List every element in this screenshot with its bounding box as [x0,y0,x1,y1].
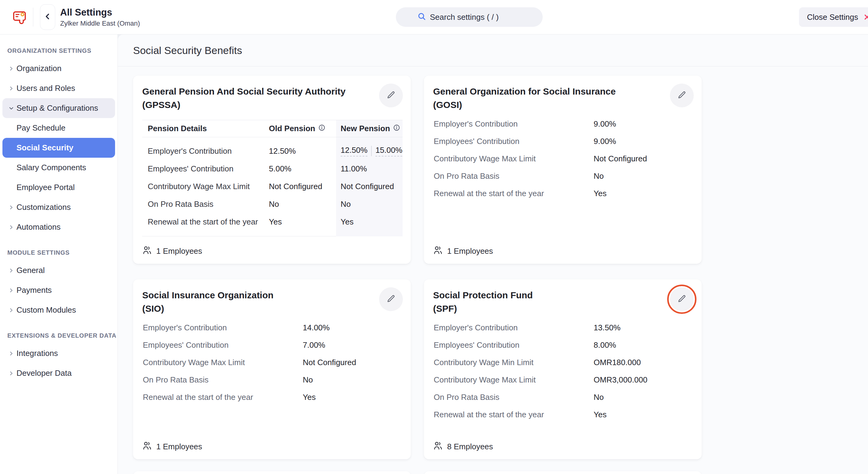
close-settings-label: Close Settings [807,12,858,22]
sidebar-item-custom-modules[interactable]: Custom Modules [2,300,115,320]
organization-name: Zylker Middle East (Oman) [60,20,140,28]
chevron-down-icon [8,105,14,112]
sidebar-item-customizations[interactable]: Customizations [2,197,115,217]
detail-row: Contributory Wage Max LimitNot Configure… [133,354,411,371]
detail-row: On Pro Rata BasisNo [133,371,411,388]
new-pension-dual-value: 12.50% 15.00% [336,145,403,157]
sio-employee-count: 1 Employees [142,441,202,453]
section-module-settings: MODULE SETTINGS [7,249,118,256]
detail-row: Renewal at the start of the yearYes [133,388,411,406]
employees-icon [433,245,443,257]
detail-row: Employer's Contribution9.00% [424,115,702,133]
sidebar-item-setup-configurations[interactable]: Setup & Configurations [2,98,115,118]
chevron-right-icon [8,287,14,294]
detail-row: Employer's Contribution13.50% [424,319,702,336]
chevron-right-icon [8,350,14,357]
card-gpssa-title: General Pension And Social Security Auth… [133,76,411,112]
edit-gosi-button[interactable] [670,83,694,107]
card-gpssa: General Pension And Social Security Auth… [133,76,411,264]
settings-search[interactable] [396,7,542,27]
table-row: Renewal at the start of the year Yes Yes [142,213,403,231]
table-row: Contributory Wage Max Limit Not Configur… [142,177,403,195]
detail-row: Renewal at the start of the yearYes [424,185,702,202]
gosi-details: Employer's Contribution9.00% Employees' … [424,115,702,202]
detail-row: Employees' Contribution9.00% [424,133,702,150]
header-titles: All Settings Zylker Middle East (Oman) [60,7,140,28]
close-settings-button[interactable]: Close Settings [799,7,868,27]
detail-row: Employees' Contribution8.00% [424,336,702,354]
edit-sio-button[interactable] [379,287,403,311]
next-card-peek [424,471,702,474]
card-sio: Social Insurance Organization (SIO) Empl… [133,279,411,460]
payroll-app-logo-icon [12,9,28,25]
employees-icon [433,441,443,453]
info-icon[interactable] [393,124,400,133]
pension-table: Pension Details Old Pension New Pension [142,120,403,236]
page-heading: Social Security Benefits [118,34,868,67]
main-panel: Social Security Benefits General Pension… [118,34,868,474]
search-input[interactable] [430,12,522,22]
col-pension-details: Pension Details [142,124,269,133]
detail-row: On Pro Rata BasisNo [424,167,702,185]
info-icon[interactable] [318,124,326,133]
benefit-cards-grid: General Pension And Social Security Auth… [133,76,853,460]
chevron-right-icon [8,267,14,274]
section-organization-settings: ORGANIZATION SETTINGS [7,47,118,54]
detail-row: Renewal at the start of the yearYes [424,406,702,424]
chevron-right-icon [8,370,14,377]
edit-spf-button-highlighted[interactable] [670,287,694,311]
col-new-pension: New Pension [336,124,403,133]
back-button[interactable] [40,4,55,30]
sidebar-item-employee-portal[interactable]: Employee Portal [2,177,115,197]
chevron-right-icon [8,204,14,211]
sidebar-item-pay-schedule[interactable]: Pay Schedule [2,118,115,138]
chevron-right-icon [8,85,14,92]
sidebar-item-integrations[interactable]: Integrations [2,343,115,363]
sidebar-item-salary-components[interactable]: Salary Components [2,158,115,177]
sidebar-item-developer-data[interactable]: Developer Data [2,363,115,383]
pencil-icon [386,90,396,101]
top-bar: All Settings Zylker Middle East (Oman) C… [0,0,868,34]
sidebar-item-social-security[interactable]: Social Security [2,138,115,158]
chevron-right-icon [8,65,14,72]
card-spf: Social Protection Fund (SPF) Employer's … [424,279,702,460]
gosi-employee-count: 1 Employees [433,245,493,257]
detail-row: Contributory Wage Max LimitOMR3,000.000 [424,371,702,388]
gpssa-employee-count: 1 Employees [142,245,202,257]
pencil-icon [386,294,396,305]
sidebar-item-organization[interactable]: Organization [2,59,115,78]
card-sio-title: Social Insurance Organization (SIO) [133,279,411,315]
sidebar-item-automations[interactable]: Automations [2,217,115,237]
pencil-icon [677,90,687,101]
edit-gpssa-button[interactable] [379,83,403,107]
new-pension-value-tooltip[interactable]: 12.50% [341,145,368,157]
employees-icon [142,441,152,453]
section-extensions-developer-data: EXTENSIONS & DEVELOPER DATA [7,332,118,339]
sidebar-item-users-and-roles[interactable]: Users and Roles [2,78,115,98]
card-spf-title: Social Protection Fund (SPF) [424,279,702,315]
new-pension-value-tooltip[interactable]: 15.00% [375,145,402,157]
pension-table-body: Employer's Contribution 12.50% 12.50% 15… [142,137,403,236]
sio-details: Employer's Contribution14.00% Employees'… [133,319,411,406]
card-gosi-title: General Organization for Social Insuranc… [424,76,702,112]
next-card-peek [133,471,411,474]
value-separator [371,146,372,156]
header-divider [33,8,33,27]
search-icon [417,12,426,22]
sidebar-item-payments[interactable]: Payments [2,280,115,300]
card-gosi: General Organization for Social Insuranc… [424,76,702,264]
pencil-icon [677,294,687,305]
detail-row: Contributory Wage Max LimitNot Configure… [424,150,702,167]
pension-table-header: Pension Details Old Pension New Pension [142,120,403,137]
chevron-left-icon [43,12,52,22]
page-title: All Settings [60,7,140,18]
sidebar-item-general[interactable]: General [2,261,115,280]
close-icon [863,13,868,21]
chevron-right-icon [8,307,14,313]
employees-icon [142,245,152,257]
col-old-pension: Old Pension [269,124,336,133]
settings-sidebar: ORGANIZATION SETTINGS Organization Users… [0,34,118,474]
page-heading-title: Social Security Benefits [133,44,242,57]
chevron-right-icon [8,224,14,231]
detail-row: Contributory Wage Min LimitOMR180.000 [424,354,702,371]
